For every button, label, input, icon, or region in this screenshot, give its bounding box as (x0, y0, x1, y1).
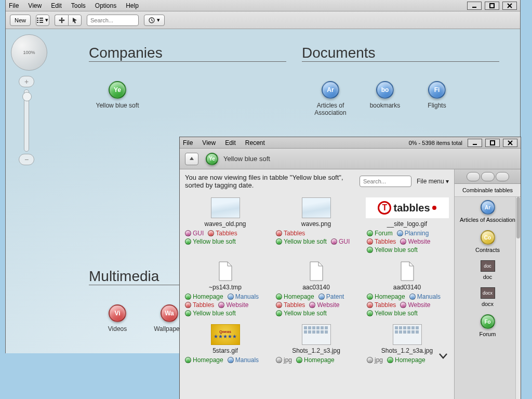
file-grid: waves_old.png GUI Tabbles Yellow blue so… (180, 193, 454, 399)
file-icon (393, 261, 422, 282)
sub-menubar: File View Edit Recent 0% - 5398 items to… (180, 137, 521, 149)
zoom-thumb[interactable] (22, 92, 32, 101)
tabble-icon: Ar (481, 200, 495, 215)
sub-maximize-button[interactable] (485, 139, 500, 147)
file-item[interactable]: Ttabbles __site_logo.gif Forum Planning … (362, 195, 453, 259)
section-companies-title: Companies (89, 45, 286, 62)
sub-menu-recent[interactable]: Recent (245, 139, 265, 147)
svg-rect-4 (37, 18, 38, 19)
zoom-in-button[interactable]: + (19, 76, 34, 87)
side-scroll-thumb[interactable] (516, 197, 520, 238)
svg-rect-1 (490, 4, 494, 8)
tabble-icon: Vi (109, 304, 126, 322)
menu-file[interactable]: File (9, 2, 19, 9)
pointer-tool-button[interactable] (68, 15, 82, 26)
sub-menu-file[interactable]: File (183, 139, 193, 147)
tabble-label: docx (455, 301, 521, 307)
tabble-icon: Wa (161, 304, 178, 322)
menu-tools[interactable]: Tools (71, 2, 86, 9)
file-icon (211, 261, 240, 282)
file-icon (302, 261, 331, 282)
file-item[interactable]: Shots_1.2_s3.jpg jpg Homepage (271, 322, 362, 369)
sub-menu-edit[interactable]: Edit (225, 139, 236, 147)
side-tabble-forum[interactable]: Fo Forum (455, 314, 521, 337)
tabble-articles[interactable]: Ar Articles of Association (302, 81, 359, 116)
side-panel-title: Combinable tabbles (455, 184, 521, 197)
tabble-yellow-blue-soft[interactable]: Ye Yellow blue soft (89, 81, 146, 109)
menu-options[interactable]: Options (95, 2, 116, 9)
zoom-slider: + − (18, 76, 35, 169)
thumbnail-icon (302, 324, 331, 345)
maximize-button[interactable] (485, 2, 499, 10)
tabble-icon: Fo (481, 314, 495, 329)
side-tabble-docx[interactable]: docx docx (455, 287, 521, 307)
thumbnail-icon (211, 197, 240, 218)
side-tabble-contracts[interactable]: Co Contracts (455, 230, 521, 253)
tabble-videos[interactable]: Vi Videos (89, 304, 146, 332)
filetype-icon: docx (481, 287, 495, 299)
tabble-label: Articles of Association (455, 217, 521, 223)
thumbnail-icon: Qweas★★★★★ (211, 324, 240, 345)
tabble-icon: bo (376, 81, 394, 99)
file-item[interactable]: aac03140 Homepage Patent Tabbles Website… (271, 259, 362, 322)
side-scrollbar[interactable] (515, 197, 521, 399)
breadcrumb: Ye Yellow blue soft (180, 149, 521, 169)
svg-rect-6 (37, 22, 38, 23)
menu-view[interactable]: View (28, 2, 42, 9)
file-item[interactable]: aad03140 Homepage Manuals Tabbles Websit… (362, 259, 453, 322)
main-search-input[interactable] (87, 15, 139, 26)
file-name: ~ps143.tmp (182, 284, 269, 291)
zoom-out-button[interactable]: − (19, 154, 34, 165)
zoom-track[interactable] (24, 89, 29, 152)
tabble-bookmarks[interactable]: bo bookmarks (356, 81, 414, 109)
thumbnail-icon (393, 324, 422, 345)
side-tabstrip (455, 169, 521, 184)
file-name: waves_old.png (182, 220, 269, 228)
side-tab-1[interactable] (467, 172, 480, 181)
thumbnail-icon (302, 197, 331, 218)
side-tab-2[interactable] (481, 172, 495, 181)
file-name: aad03140 (364, 284, 450, 291)
filetype-icon: doc (481, 260, 495, 272)
view-list-button[interactable]: ▾ (36, 15, 49, 26)
svg-rect-9 (39, 22, 43, 23)
file-item[interactable]: waves.png Tabbles Yellow blue soft GUI (271, 195, 362, 259)
new-button[interactable]: New (10, 15, 31, 26)
history-button[interactable]: ▾ (144, 15, 165, 26)
up-button[interactable] (185, 153, 198, 165)
sub-search-input[interactable] (360, 176, 411, 187)
tabble-label: Flights (408, 102, 466, 109)
file-item[interactable]: waves_old.png GUI Tabbles Yellow blue so… (180, 195, 271, 259)
pan-navigator[interactable]: 100% (11, 34, 47, 71)
file-menu-dropdown[interactable]: File menu ▾ (417, 178, 449, 185)
file-item[interactable]: ~ps143.tmp Homepage Manuals Tabbles Webs… (180, 259, 271, 322)
file-item[interactable]: Qweas★★★★★ 5stars.gif Homepage Manuals (180, 322, 271, 369)
main-menubar: File View Edit Tools Options Help (6, 0, 520, 11)
close-button[interactable] (502, 2, 517, 10)
file-name: aac03140 (273, 284, 360, 291)
tabble-icon: Co (481, 230, 495, 245)
move-tool-button[interactable] (55, 15, 68, 26)
menu-help[interactable]: Help (126, 2, 139, 9)
tabbles-logo-icon: Ttabbles (366, 197, 449, 218)
sub-menu-view[interactable]: View (202, 139, 216, 147)
svg-rect-12 (490, 141, 495, 145)
side-tabble-articles[interactable]: Ar Articles of Association (455, 200, 521, 223)
section-documents-title: Documents (302, 45, 499, 62)
tabble-flights[interactable]: Fi Flights (408, 81, 466, 109)
file-name: __site_logo.gif (364, 220, 450, 228)
tabble-icon: Ar (322, 81, 339, 99)
sub-close-button[interactable] (503, 139, 517, 147)
side-tab-3[interactable] (496, 172, 509, 181)
tabble-label: bookmarks (356, 102, 414, 109)
file-list-panel: You are now viewing files in tabble "Yel… (180, 169, 454, 399)
menu-edit[interactable]: Edit (51, 2, 62, 9)
scroll-down-hint[interactable] (437, 350, 449, 364)
crumb-label: Yellow blue soft (223, 155, 270, 163)
main-toolbar: New ▾ ▾ (6, 11, 520, 29)
file-name: 5stars.gif (182, 347, 269, 354)
side-tabble-doc[interactable]: doc doc (455, 260, 521, 280)
sub-status-text: 0% - 5398 items total (409, 140, 462, 146)
sub-minimize-button[interactable] (468, 139, 482, 147)
minimize-button[interactable] (467, 2, 482, 10)
